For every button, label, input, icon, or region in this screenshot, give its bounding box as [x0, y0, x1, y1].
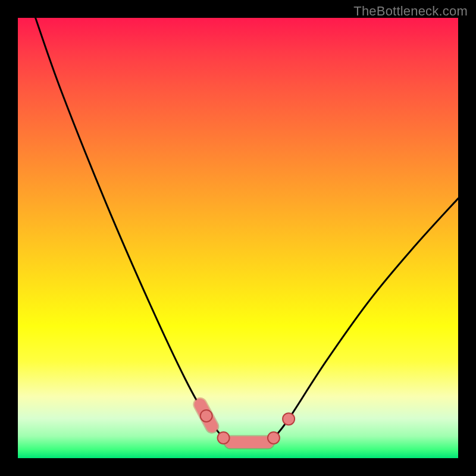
capsule-outline-0	[200, 405, 212, 427]
marker-1	[218, 432, 230, 444]
outer-frame: TheBottleneck.com	[0, 0, 476, 476]
capsule-fill-0	[200, 405, 212, 427]
chart-svg	[18, 18, 458, 458]
marker-0	[201, 410, 212, 422]
watermark-text: TheBottleneck.com	[353, 4, 468, 19]
capsules	[200, 405, 268, 443]
curve-paths	[36, 18, 458, 442]
series-right-branch	[268, 198, 458, 442]
marker-3	[283, 413, 295, 425]
series-left-branch	[36, 18, 231, 442]
markers	[201, 410, 295, 444]
marker-2	[268, 432, 280, 444]
plot-area	[18, 18, 458, 458]
